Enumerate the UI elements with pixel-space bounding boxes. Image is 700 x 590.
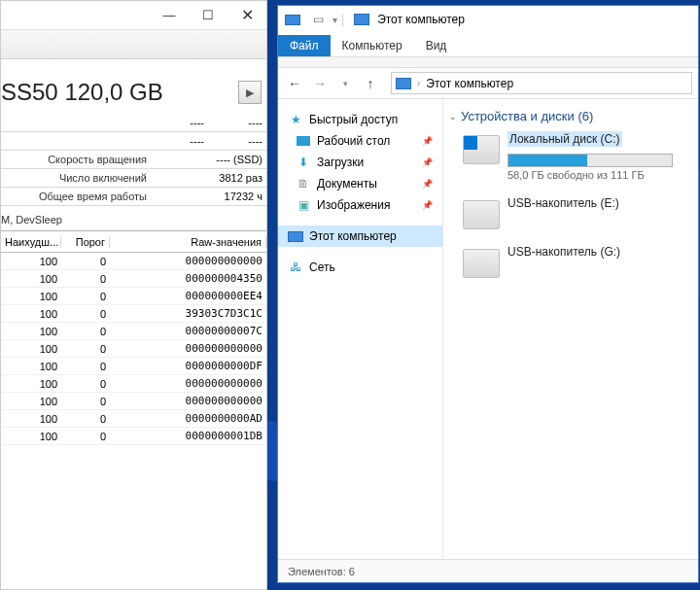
nav-label: Загрузки: [317, 156, 364, 169]
document-icon: 🗎: [296, 177, 311, 191]
download-icon: ⬇: [296, 156, 311, 169]
diskinfo-window: — ☐ ✕ SS50 120,0 GB ▶ ---- ---- ---- ---…: [0, 0, 267, 590]
drive-item[interactable]: Локальный диск (C:) 58,0 ГБ свободно из …: [449, 131, 692, 181]
info-value: ----: [150, 117, 208, 128]
smart-table: Наихудш... Порог Raw-значения 100 0 0000…: [1, 230, 266, 445]
chevron-right-icon: ›: [417, 78, 420, 88]
cell-threshold: 0: [61, 431, 110, 442]
drive-free-text: 58,0 ГБ свободно из 111 ГБ: [508, 169, 692, 181]
info-label: Число включений: [1, 172, 150, 184]
cell-threshold: 0: [61, 273, 110, 285]
content-pane: ⌄ Устройства и диски (6) Локальный диск …: [443, 99, 698, 559]
col-threshold[interactable]: Порог: [61, 236, 110, 248]
table-row[interactable]: 100 0 000000000000: [1, 393, 266, 410]
cell-threshold: 0: [61, 256, 110, 267]
info-value: ---- (SSD): [208, 154, 266, 165]
drive-item[interactable]: USB-накопитель (G:): [449, 245, 692, 278]
cell-threshold: 0: [61, 308, 110, 320]
address-input[interactable]: › Этот компьютер: [391, 72, 692, 94]
group-header[interactable]: ⌄ Устройства и диски (6): [449, 109, 692, 123]
nav-label: Быстрый доступ: [309, 113, 398, 126]
disk-info-table: ---- ---- ---- ----Скорость вращения ---…: [1, 114, 266, 206]
explorer-titlebar: ▭ ▾ | Этот компьютер: [278, 6, 698, 33]
col-raw[interactable]: Raw-значения: [110, 236, 266, 248]
play-button[interactable]: ▶: [238, 81, 262, 104]
cell-raw: 000000000EE4: [110, 290, 266, 302]
table-row[interactable]: 100 0 000000004350: [1, 270, 266, 288]
cell-worst: 100: [1, 291, 61, 302]
cell-worst: 100: [1, 396, 61, 407]
pc-icon: [288, 229, 303, 243]
smart-header-row: Наихудш... Порог Raw-значения: [1, 231, 266, 253]
drive-info: USB-накопитель (E:): [508, 196, 692, 212]
desktop-icon: [296, 134, 311, 148]
breadcrumb[interactable]: Этот компьютер: [426, 77, 513, 90]
cell-threshold: 0: [61, 291, 110, 302]
nav-network[interactable]: 🖧 Сеть: [278, 257, 442, 278]
info-row: ---- ----: [1, 114, 266, 132]
status-bar: Элементов: 6: [278, 559, 698, 582]
nav-this-pc[interactable]: Этот компьютер: [278, 226, 442, 247]
table-row[interactable]: 100 0 0000000001DB: [1, 428, 266, 445]
cell-raw: 00000000007C: [110, 325, 266, 337]
window-title: Этот компьютер: [377, 13, 465, 26]
recent-dropdown-icon[interactable]: ▾: [334, 73, 356, 94]
drive-item[interactable]: USB-накопитель (E:): [449, 196, 692, 229]
pictures-icon: ▣: [296, 198, 311, 212]
table-row[interactable]: 100 0 000000000EE4: [1, 288, 266, 305]
cell-threshold: 0: [61, 378, 110, 390]
pc-icon: [396, 78, 411, 89]
drive-icon: [463, 249, 500, 278]
table-row[interactable]: 100 0 0000000000DF: [1, 358, 266, 375]
cell-threshold: 0: [61, 413, 110, 425]
qat-pc-icon[interactable]: [282, 9, 303, 30]
cell-worst: 100: [1, 378, 61, 390]
item-count: Элементов: 6: [288, 566, 355, 577]
nav-downloads[interactable]: ⬇ Загрузки 📌: [278, 152, 442, 173]
capacity-bar: [508, 154, 673, 167]
back-button[interactable]: ←: [284, 73, 305, 94]
up-button[interactable]: ↑: [360, 73, 381, 94]
cell-worst: 100: [1, 326, 61, 337]
nav-desktop[interactable]: Рабочий стол 📌: [278, 130, 442, 152]
nav-label: Изображения: [317, 198, 390, 212]
maximize-button[interactable]: ☐: [189, 1, 228, 30]
qat-properties-icon[interactable]: ▭: [307, 9, 329, 30]
minimize-button[interactable]: —: [150, 1, 189, 30]
cell-threshold: 0: [61, 326, 110, 337]
drive-name: Локальный диск (C:): [508, 131, 622, 147]
network-icon: 🖧: [288, 260, 303, 274]
tab-file[interactable]: Файл: [278, 35, 331, 56]
table-row[interactable]: 100 0 0000000000AD: [1, 410, 266, 428]
table-row[interactable]: 100 0 00000000007C: [1, 323, 266, 340]
cell-threshold: 0: [61, 361, 110, 372]
col-worst[interactable]: Наихудш...: [1, 236, 61, 248]
nav-quick-access[interactable]: ★ Быстрый доступ: [278, 109, 442, 130]
table-row[interactable]: 100 0 000000000000: [1, 340, 266, 358]
info-label: Общее время работы: [1, 191, 150, 202]
tab-computer[interactable]: Компьютер: [331, 35, 414, 56]
navigation-pane: ★ Быстрый доступ Рабочий стол 📌 ⬇ Загруз…: [278, 99, 443, 559]
table-row[interactable]: 100 0 000000000000: [1, 253, 266, 270]
disk-header: SS50 120,0 GB ▶: [1, 59, 266, 114]
titlebar: — ☐ ✕: [1, 1, 266, 30]
disk-title: SS50 120,0 GB: [1, 79, 163, 106]
forward-button[interactable]: →: [309, 73, 331, 94]
cell-worst: 100: [1, 431, 61, 442]
table-row[interactable]: 100 0 39303C7D3C1C: [1, 305, 266, 323]
group-title: Устройства и диски (6): [461, 109, 593, 123]
tab-view[interactable]: Вид: [414, 35, 459, 56]
cell-raw: 0000000000DF: [110, 360, 266, 372]
qat-dropdown-icon[interactable]: ▾: [332, 15, 337, 25]
close-button[interactable]: ✕: [228, 1, 266, 30]
cell-worst: 100: [1, 343, 61, 355]
drive-icon: [463, 135, 500, 164]
info-value: ----: [208, 135, 266, 147]
cell-raw: 000000000000: [110, 377, 266, 390]
ribbon-collapsed[interactable]: [278, 56, 698, 68]
nav-pictures[interactable]: ▣ Изображения 📌: [278, 194, 442, 216]
address-bar: ← → ▾ ↑ › Этот компьютер: [278, 68, 698, 99]
table-row[interactable]: 100 0 000000000000: [1, 375, 266, 393]
nav-documents[interactable]: 🗎 Документы 📌: [278, 173, 442, 194]
nav-label: Рабочий стол: [317, 134, 390, 148]
